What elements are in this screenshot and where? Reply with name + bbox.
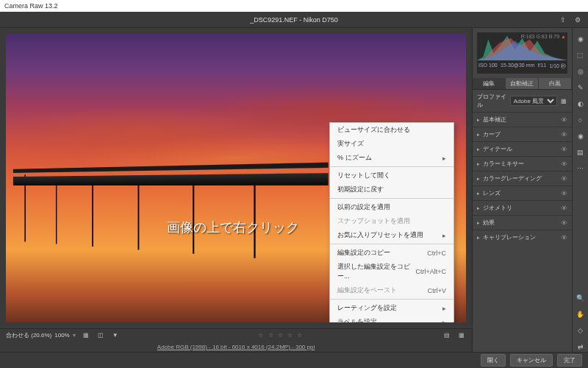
- eye-icon[interactable]: 👁: [561, 205, 567, 212]
- menu-item[interactable]: 実サイズ: [330, 137, 453, 151]
- eye-icon[interactable]: 👁: [561, 116, 567, 124]
- eye-icon[interactable]: 👁: [561, 175, 567, 183]
- filter-icon[interactable]: ▼: [111, 331, 120, 340]
- tab-edit[interactable]: 編集: [473, 78, 506, 89]
- menu-item[interactable]: 以前の設定を適用: [330, 200, 453, 214]
- tool-strip: ◉ ⬚ ◎ ✎ ◐ ○ ◉ ▤ ⋯ 🔍 ✋ ◇ ⇄: [572, 28, 588, 352]
- histogram[interactable]: R:183 G:83 B:79 ▲ ISO 100 15-30@30 mm f/…: [477, 32, 567, 74]
- panel-header[interactable]: ▸カラーグレーディング👁: [473, 171, 572, 185]
- image-metadata[interactable]: Adobe RGB (1998) - 16 bit - 6016 x 4016 …: [0, 342, 472, 352]
- panel-header[interactable]: ▸カーブ👁: [473, 127, 572, 141]
- chevron-right-icon: ▸: [477, 161, 480, 167]
- image-viewer[interactable]: 画像の上で右クリック ビューサイズに合わせる実サイズ% にズーム▸リセットして開…: [0, 28, 472, 352]
- chevron-right-icon: ▸: [477, 146, 480, 152]
- eye-icon[interactable]: 👁: [561, 160, 567, 168]
- instruction-overlay: 画像の上で右クリック: [167, 219, 299, 236]
- toggle-tool-icon[interactable]: ⇄: [576, 342, 586, 352]
- redeye-tool-icon[interactable]: ◉: [576, 131, 586, 141]
- menu-item[interactable]: % にズーム▸: [330, 151, 453, 165]
- filmstrip-icon[interactable]: ▤: [442, 331, 451, 340]
- chevron-right-icon: ▸: [477, 191, 480, 197]
- highlight-warning-icon[interactable]: ▲: [561, 34, 566, 39]
- radial-tool-icon[interactable]: ○: [576, 115, 586, 125]
- histogram-badge: R:183: [521, 34, 535, 39]
- right-sidebar: R:183 G:83 B:79 ▲ ISO 100 15-30@30 mm f/…: [472, 28, 572, 352]
- filename-label: _DSC9291.NEF - Nikon D750: [250, 16, 338, 24]
- app-title: Camera Raw 13.2: [4, 2, 58, 10]
- histo-aperture: f/11: [538, 63, 547, 70]
- grid-icon[interactable]: ▦: [82, 331, 90, 340]
- open-button[interactable]: 開く: [481, 354, 506, 367]
- menu-item: 編集設定をペーストCtrl+V: [330, 283, 453, 297]
- chevron-down-icon[interactable]: ▾: [73, 332, 76, 339]
- menu-item[interactable]: 選択した編集設定をコピー...Ctrl+Alt+C: [330, 260, 453, 283]
- chevron-right-icon: ▸: [477, 132, 480, 138]
- context-menu: ビューサイズに合わせる実サイズ% にズーム▸リセットして開く初期設定に戻す以前の…: [329, 122, 454, 322]
- menu-item: スナップショットを適用: [330, 214, 453, 228]
- fit-zoom-label[interactable]: 合わせる (20.6%): [6, 331, 51, 339]
- gear-icon[interactable]: ⚙: [573, 15, 582, 24]
- viewer-footer: 合わせる (20.6%) 100% ▾ ▦ ◫ ▼ ☆ ☆ ☆ ☆ ☆ ▤ ▦: [0, 328, 472, 342]
- menu-item[interactable]: リセットして開く: [330, 169, 453, 183]
- sampler-tool-icon[interactable]: ◇: [576, 325, 586, 336]
- top-bar: _DSC9291.NEF - Nikon D750 ⇧ ⚙: [0, 12, 588, 28]
- chevron-right-icon: ▸: [477, 205, 480, 211]
- panel-header[interactable]: ▸レンズ👁: [473, 185, 572, 200]
- tab-auto[interactable]: 自動補正: [506, 78, 539, 89]
- chevron-right-icon: ▸: [477, 220, 480, 226]
- rating-stars[interactable]: ☆ ☆ ☆ ☆ ☆: [258, 332, 304, 339]
- crop-tool-icon[interactable]: ⬚: [576, 50, 586, 60]
- histo-iso: ISO 100: [478, 63, 498, 70]
- eye-icon[interactable]: 👁: [561, 131, 567, 138]
- eye-icon[interactable]: 👁: [561, 190, 567, 197]
- panel-header[interactable]: ▸効果👁: [473, 215, 572, 230]
- eye-icon[interactable]: 👁: [561, 146, 567, 153]
- upload-icon[interactable]: ⇧: [559, 15, 567, 24]
- gradient-tool-icon[interactable]: ◐: [576, 99, 586, 109]
- profile-row: プロファイル Adobe 風景 ▦: [473, 90, 572, 112]
- profile-select[interactable]: Adobe 風景: [510, 96, 557, 106]
- chevron-right-icon: ▸: [477, 235, 480, 241]
- menu-item[interactable]: ラベルを設定▸: [330, 315, 453, 322]
- panel-header[interactable]: ▸カラーミキサー👁: [473, 156, 572, 171]
- histo-focal: 15-30@30 mm: [501, 63, 534, 70]
- edit-tool-icon[interactable]: ◉: [576, 34, 586, 44]
- menu-item[interactable]: お気に入りプリセットを適用▸: [330, 228, 453, 242]
- menu-item[interactable]: 編集設定のコピーCtrl+C: [330, 246, 453, 260]
- panel-header[interactable]: ▸基本補正👁: [473, 112, 572, 127]
- menu-item[interactable]: 初期設定に戻す: [330, 183, 453, 197]
- spot-tool-icon[interactable]: ◎: [576, 66, 586, 77]
- panel-header[interactable]: ▸ディテール👁: [473, 141, 572, 156]
- tab-bw[interactable]: 白黒: [539, 78, 572, 89]
- image-canvas[interactable]: 画像の上で右クリック ビューサイズに合わせる実サイズ% にズーム▸リセットして開…: [6, 34, 466, 322]
- brush-tool-icon[interactable]: ✎: [576, 82, 586, 93]
- menu-item[interactable]: ビューサイズに合わせる: [330, 123, 453, 137]
- thumbnail-icon[interactable]: ▦: [457, 331, 466, 340]
- zoom-tool-icon[interactable]: 🔍: [576, 293, 586, 303]
- zoom-value[interactable]: 100%: [54, 332, 69, 339]
- edit-tabs: 編集 自動補正 白黒: [473, 78, 572, 90]
- chevron-right-icon: ▸: [477, 117, 480, 123]
- panel-header[interactable]: ▸ジオメトリ👁: [473, 200, 572, 215]
- profile-grid-icon[interactable]: ▦: [560, 96, 567, 105]
- chevron-right-icon: ▸: [477, 176, 480, 182]
- profile-label: プロファイル: [477, 93, 507, 109]
- done-button[interactable]: 完了: [557, 354, 582, 367]
- bottom-bar: 開く キャンセル 完了: [0, 352, 588, 368]
- menu-item[interactable]: レーティングを設定▸: [330, 301, 453, 315]
- eye-icon[interactable]: 👁: [561, 234, 567, 241]
- title-bar: Camera Raw 13.2: [0, 0, 588, 12]
- eye-icon[interactable]: 👁: [561, 219, 567, 227]
- more-icon[interactable]: ⋯: [576, 163, 586, 174]
- cancel-button[interactable]: キャンセル: [510, 354, 553, 367]
- hand-tool-icon[interactable]: ✋: [576, 309, 586, 319]
- histo-shutter: 1/10 秒: [549, 63, 566, 70]
- panel-header[interactable]: ▸キャリブレーション👁: [473, 230, 572, 244]
- compare-icon[interactable]: ◫: [96, 331, 105, 340]
- preset-icon[interactable]: ▤: [576, 147, 586, 158]
